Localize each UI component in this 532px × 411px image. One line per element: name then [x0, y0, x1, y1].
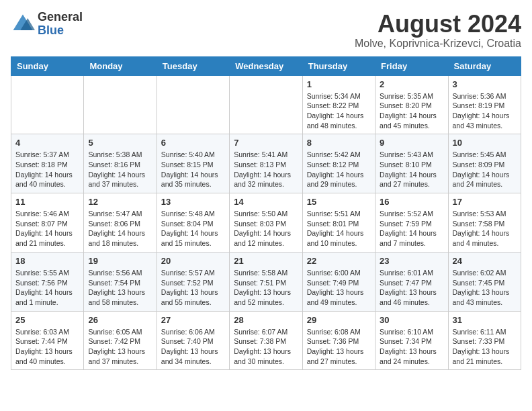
day-number: 5 — [88, 138, 152, 148]
day-number: 3 — [453, 79, 517, 89]
day-info: Sunrise: 5:58 AM Sunset: 7:51 PM Dayligh… — [234, 268, 298, 308]
calendar-cell: 9Sunrise: 5:43 AM Sunset: 8:10 PM Daylig… — [375, 134, 448, 193]
weekday-header-friday: Friday — [375, 56, 448, 75]
calendar-cell: 20Sunrise: 5:57 AM Sunset: 7:52 PM Dayli… — [157, 252, 229, 311]
day-number: 10 — [453, 138, 517, 148]
day-number: 21 — [234, 256, 298, 266]
calendar-header: SundayMondayTuesdayWednesdayThursdayFrid… — [11, 56, 521, 75]
calendar-cell: 23Sunrise: 6:01 AM Sunset: 7:47 PM Dayli… — [375, 252, 448, 311]
day-info: Sunrise: 6:10 AM Sunset: 7:34 PM Dayligh… — [380, 327, 443, 367]
day-info: Sunrise: 5:41 AM Sunset: 8:13 PM Dayligh… — [234, 150, 298, 189]
calendar-cell — [157, 75, 229, 134]
day-info: Sunrise: 5:38 AM Sunset: 8:16 PM Dayligh… — [88, 150, 152, 189]
day-number: 30 — [380, 315, 443, 325]
day-number: 15 — [307, 197, 371, 207]
calendar-cell: 3Sunrise: 5:36 AM Sunset: 8:19 PM Daylig… — [448, 75, 521, 134]
calendar-cell: 29Sunrise: 6:08 AM Sunset: 7:36 PM Dayli… — [302, 311, 375, 370]
day-info: Sunrise: 5:52 AM Sunset: 7:59 PM Dayligh… — [380, 209, 443, 248]
calendar-cell: 25Sunrise: 6:03 AM Sunset: 7:44 PM Dayli… — [11, 311, 84, 370]
day-info: Sunrise: 5:48 AM Sunset: 8:04 PM Dayligh… — [161, 209, 225, 248]
calendar-cell: 5Sunrise: 5:38 AM Sunset: 8:16 PM Daylig… — [84, 134, 157, 193]
day-info: Sunrise: 6:02 AM Sunset: 7:45 PM Dayligh… — [453, 268, 517, 308]
day-number: 9 — [380, 138, 443, 148]
day-number: 24 — [453, 256, 517, 266]
day-number: 13 — [161, 197, 225, 207]
day-number: 1 — [307, 79, 371, 89]
calendar-table: SundayMondayTuesdayWednesdayThursdayFrid… — [11, 56, 521, 371]
day-number: 31 — [453, 315, 517, 325]
calendar-cell: 16Sunrise: 5:52 AM Sunset: 7:59 PM Dayli… — [375, 193, 448, 253]
day-number: 14 — [234, 197, 298, 207]
day-info: Sunrise: 5:57 AM Sunset: 7:52 PM Dayligh… — [161, 268, 225, 308]
day-number: 16 — [380, 197, 443, 207]
calendar-cell: 21Sunrise: 5:58 AM Sunset: 7:51 PM Dayli… — [230, 252, 302, 311]
calendar-week-3: 11Sunrise: 5:46 AM Sunset: 8:07 PM Dayli… — [11, 193, 521, 253]
calendar-cell: 10Sunrise: 5:45 AM Sunset: 8:09 PM Dayli… — [448, 134, 521, 193]
day-number: 4 — [15, 138, 79, 148]
page-header: General Blue August 2024 Molve, Koprivni… — [11, 11, 521, 50]
calendar-cell: 27Sunrise: 6:06 AM Sunset: 7:40 PM Dayli… — [157, 311, 229, 370]
day-number: 6 — [161, 138, 225, 148]
calendar-week-4: 18Sunrise: 5:55 AM Sunset: 7:56 PM Dayli… — [11, 252, 521, 311]
logo-general: General — [38, 11, 83, 24]
day-info: Sunrise: 6:06 AM Sunset: 7:40 PM Dayligh… — [161, 327, 225, 367]
day-info: Sunrise: 6:08 AM Sunset: 7:36 PM Dayligh… — [307, 327, 371, 367]
logo-icon — [11, 12, 35, 36]
calendar-cell: 7Sunrise: 5:41 AM Sunset: 8:13 PM Daylig… — [230, 134, 302, 193]
day-number: 19 — [88, 256, 152, 266]
weekday-header-wednesday: Wednesday — [230, 56, 302, 75]
weekday-header-saturday: Saturday — [448, 56, 521, 75]
day-info: Sunrise: 6:11 AM Sunset: 7:33 PM Dayligh… — [453, 327, 517, 367]
weekday-header-sunday: Sunday — [11, 56, 84, 75]
day-number: 25 — [15, 315, 79, 325]
weekday-header-tuesday: Tuesday — [157, 56, 229, 75]
calendar-cell: 15Sunrise: 5:51 AM Sunset: 8:01 PM Dayli… — [302, 193, 375, 253]
calendar-cell: 19Sunrise: 5:56 AM Sunset: 7:54 PM Dayli… — [84, 252, 157, 311]
title-block: August 2024 Molve, Koprivnica-Krizevci, … — [355, 11, 521, 50]
calendar-cell: 17Sunrise: 5:53 AM Sunset: 7:58 PM Dayli… — [448, 193, 521, 253]
day-number: 12 — [88, 197, 152, 207]
day-info: Sunrise: 6:05 AM Sunset: 7:42 PM Dayligh… — [88, 327, 152, 367]
day-number: 27 — [161, 315, 225, 325]
day-info: Sunrise: 5:47 AM Sunset: 8:06 PM Dayligh… — [88, 209, 152, 248]
calendar-cell: 2Sunrise: 5:35 AM Sunset: 8:20 PM Daylig… — [375, 75, 448, 134]
calendar-cell: 22Sunrise: 6:00 AM Sunset: 7:49 PM Dayli… — [302, 252, 375, 311]
day-info: Sunrise: 5:53 AM Sunset: 7:58 PM Dayligh… — [453, 209, 517, 248]
month-year-title: August 2024 — [355, 11, 521, 38]
day-number: 22 — [307, 256, 371, 266]
day-info: Sunrise: 5:36 AM Sunset: 8:19 PM Dayligh… — [453, 91, 517, 131]
day-info: Sunrise: 5:51 AM Sunset: 8:01 PM Dayligh… — [307, 209, 371, 248]
logo-text: General Blue — [38, 11, 83, 38]
day-info: Sunrise: 6:00 AM Sunset: 7:49 PM Dayligh… — [307, 268, 371, 308]
day-number: 20 — [161, 256, 225, 266]
calendar-week-1: 1Sunrise: 5:34 AM Sunset: 8:22 PM Daylig… — [11, 75, 521, 134]
day-number: 7 — [234, 138, 298, 148]
calendar-body: 1Sunrise: 5:34 AM Sunset: 8:22 PM Daylig… — [11, 75, 521, 370]
calendar-cell: 18Sunrise: 5:55 AM Sunset: 7:56 PM Dayli… — [11, 252, 84, 311]
calendar-cell: 6Sunrise: 5:40 AM Sunset: 8:15 PM Daylig… — [157, 134, 229, 193]
day-number: 2 — [380, 79, 443, 89]
calendar-cell: 13Sunrise: 5:48 AM Sunset: 8:04 PM Dayli… — [157, 193, 229, 253]
calendar-cell: 1Sunrise: 5:34 AM Sunset: 8:22 PM Daylig… — [302, 75, 375, 134]
calendar-cell: 4Sunrise: 5:37 AM Sunset: 8:18 PM Daylig… — [11, 134, 84, 193]
day-info: Sunrise: 5:45 AM Sunset: 8:09 PM Dayligh… — [453, 150, 517, 189]
logo: General Blue — [11, 11, 83, 38]
day-info: Sunrise: 6:03 AM Sunset: 7:44 PM Dayligh… — [15, 327, 79, 367]
calendar-cell: 12Sunrise: 5:47 AM Sunset: 8:06 PM Dayli… — [84, 193, 157, 253]
day-info: Sunrise: 6:01 AM Sunset: 7:47 PM Dayligh… — [380, 268, 443, 308]
calendar-cell — [84, 75, 157, 134]
calendar-cell: 8Sunrise: 5:42 AM Sunset: 8:12 PM Daylig… — [302, 134, 375, 193]
weekday-header-thursday: Thursday — [302, 56, 375, 75]
day-info: Sunrise: 5:46 AM Sunset: 8:07 PM Dayligh… — [15, 209, 79, 248]
logo-blue: Blue — [38, 24, 83, 38]
weekday-header-row: SundayMondayTuesdayWednesdayThursdayFrid… — [11, 56, 521, 75]
calendar-cell: 28Sunrise: 6:07 AM Sunset: 7:38 PM Dayli… — [230, 311, 302, 370]
day-number: 29 — [307, 315, 371, 325]
day-info: Sunrise: 5:42 AM Sunset: 8:12 PM Dayligh… — [307, 150, 371, 189]
day-info: Sunrise: 5:40 AM Sunset: 8:15 PM Dayligh… — [161, 150, 225, 189]
day-info: Sunrise: 5:35 AM Sunset: 8:20 PM Dayligh… — [380, 91, 443, 131]
calendar-cell: 26Sunrise: 6:05 AM Sunset: 7:42 PM Dayli… — [84, 311, 157, 370]
day-info: Sunrise: 6:07 AM Sunset: 7:38 PM Dayligh… — [234, 327, 298, 367]
day-info: Sunrise: 5:50 AM Sunset: 8:03 PM Dayligh… — [234, 209, 298, 248]
calendar-cell: 31Sunrise: 6:11 AM Sunset: 7:33 PM Dayli… — [448, 311, 521, 370]
